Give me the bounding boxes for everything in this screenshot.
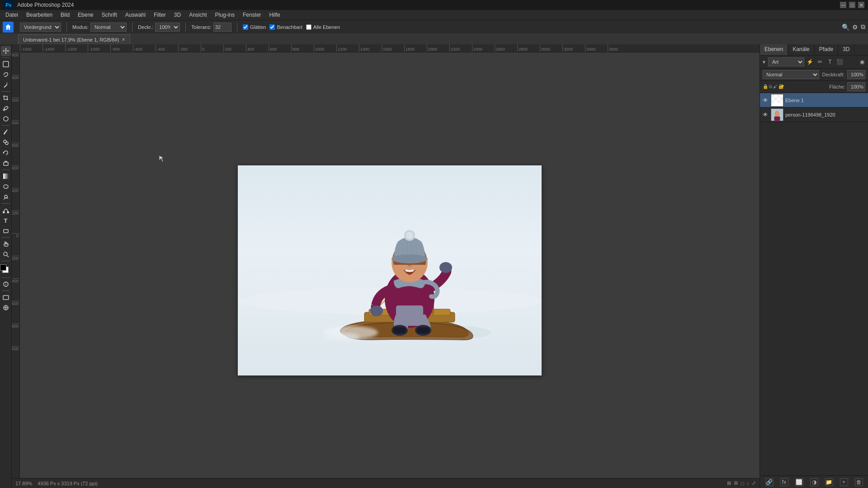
document-tab[interactable]: Unbenannt-1 bei 17,9% (Ebene 1, RGB/8#) … (18, 34, 130, 44)
select-tool[interactable] (1, 59, 11, 69)
maximize-button[interactable]: □ (849, 2, 855, 8)
layer-group-button[interactable]: 📁 (825, 478, 833, 486)
layer-visibility-2[interactable]: 👁 (762, 111, 769, 118)
layer-style-button[interactable]: fx (780, 478, 788, 486)
menu-auswahl[interactable]: Auswahl (122, 11, 149, 19)
tab-kanale[interactable]: Kanäle (788, 44, 814, 55)
layer-link-button[interactable]: 🔗 (765, 478, 774, 486)
toleranz-input[interactable] (213, 23, 231, 32)
color-swatch-container[interactable] (0, 264, 12, 276)
opacity-input[interactable] (847, 70, 865, 79)
alle-ebenen-checkbox[interactable] (306, 24, 311, 30)
filter-icon: ▼ (762, 60, 766, 65)
tab-ebenen[interactable]: Ebenen (760, 44, 788, 55)
screen-mode-tool[interactable] (1, 292, 11, 302)
gradient-tool[interactable] (1, 171, 11, 181)
v-ruler-tick: 600 (12, 301, 19, 324)
dodge-tool[interactable] (1, 192, 11, 202)
text-tool[interactable]: T (1, 216, 11, 225)
eyedropper-tool[interactable] (1, 103, 11, 113)
layer-fill-button[interactable]: ◑ (810, 478, 818, 486)
filter-type-select[interactable]: Art (768, 57, 804, 66)
fill-label: Fläche: (829, 84, 845, 89)
layer-visibility-1[interactable]: 👁 (762, 97, 769, 104)
export-icon[interactable]: □ (741, 481, 744, 486)
menu-3d[interactable]: 3D (170, 11, 184, 19)
layer-item-2[interactable]: 👁 person-1196498_1920 (760, 108, 868, 122)
layer-icon-btn-3[interactable]: T (826, 58, 834, 66)
heal-tool[interactable] (1, 114, 11, 124)
move-tool[interactable] (1, 46, 11, 56)
glatten-checkbox[interactable] (243, 24, 248, 30)
magic-wand-tool[interactable] (1, 80, 11, 90)
menu-schrift[interactable]: Schrift (98, 11, 121, 19)
title-bar-controls[interactable]: ─ □ ✕ (840, 2, 864, 8)
menu-fenster[interactable]: Fenster (239, 11, 265, 19)
modus-select[interactable]: Normal (90, 23, 127, 32)
layer-new-button[interactable]: + (840, 478, 848, 486)
quick-mask-tool[interactable] (1, 279, 11, 289)
foreground-color-swatch[interactable] (0, 264, 6, 271)
layer-icon-btn-4[interactable]: ⬛ (836, 58, 844, 66)
menu-bar: Datei Bearbeiten Bild Ebene Schrift Ausw… (0, 10, 868, 20)
blend-mode-select[interactable]: Normal (763, 70, 819, 79)
menu-bearbeiten[interactable]: Bearbeiten (23, 11, 56, 19)
tool-preset-select[interactable]: Vordergrund (20, 23, 61, 32)
menu-bild[interactable]: Bild (57, 11, 73, 19)
svg-point-27 (370, 305, 383, 316)
minimize-button[interactable]: ─ (840, 2, 846, 8)
lock-all-icon[interactable]: 🔐 (778, 84, 784, 89)
share-icon[interactable]: ↑ (747, 481, 750, 486)
tab-pfade[interactable]: Pfade (815, 44, 838, 55)
grid-icon[interactable]: ⊞ (727, 480, 731, 486)
shape-tool[interactable] (1, 226, 11, 236)
svg-rect-5 (3, 174, 9, 179)
svg-rect-56 (777, 100, 780, 103)
menu-ansicht[interactable]: Ansicht (185, 11, 210, 19)
close-button[interactable]: ✕ (858, 2, 864, 8)
menu-filter[interactable]: Filter (150, 11, 170, 19)
home-button[interactable] (3, 22, 14, 33)
layer-filter-toggle[interactable]: ◉ (858, 58, 866, 66)
layer-icon-btn-2[interactable]: ✏ (816, 58, 824, 66)
menu-ebene[interactable]: Ebene (74, 11, 97, 19)
hand-tool[interactable] (1, 239, 11, 249)
lock-icons: 🔒 ⧉ 🖌 🔐 (763, 84, 827, 89)
clone-tool[interactable] (1, 137, 11, 147)
history-brush-tool[interactable] (1, 148, 11, 158)
deckraft-select[interactable]: 100% (155, 23, 180, 32)
blur-tool[interactable] (1, 182, 11, 192)
crop-tool[interactable] (1, 93, 11, 103)
layer-thumb-2 (771, 108, 783, 121)
benachbart-checkbox[interactable] (269, 24, 275, 30)
lock-image-icon[interactable]: 🖌 (773, 84, 778, 89)
layer-icon-btn-1[interactable]: ⚡ (806, 58, 814, 66)
layer-item-1[interactable]: 👁 Ebene 1 (760, 93, 868, 108)
lock-transparent-icon[interactable]: ⧉ (769, 84, 772, 89)
tab-3d[interactable]: 3D (838, 44, 854, 55)
v-ruler-tick: -1200 (12, 98, 19, 120)
layer-delete-button[interactable]: 🗑 (855, 478, 863, 486)
arrange-icon[interactable]: ⧉ (861, 23, 865, 31)
adjust-icon[interactable]: ⚙ (734, 480, 738, 486)
fullscreen-icon[interactable]: ⤢ (752, 480, 756, 486)
menu-plugins[interactable]: Plug-ins (212, 11, 238, 19)
svg-point-37 (392, 254, 428, 263)
eraser-tool[interactable] (1, 158, 11, 168)
h-ruler-tick: 3600 (608, 44, 630, 52)
menu-datei[interactable]: Datei (2, 11, 22, 19)
extra-tool[interactable] (1, 303, 11, 313)
brush-tool[interactable] (1, 127, 11, 137)
cursor-indicator (158, 154, 167, 164)
path-tool[interactable] (1, 205, 11, 215)
lock-position-icon[interactable]: 🔒 (763, 84, 768, 89)
svg-rect-13 (3, 296, 9, 300)
menu-hilfe[interactable]: Hilfe (266, 11, 284, 19)
lasso-tool[interactable] (1, 70, 11, 80)
zoom-tool[interactable] (1, 249, 11, 259)
layer-mask-button[interactable]: ⬜ (795, 478, 803, 486)
tab-close-button[interactable]: ✕ (122, 37, 125, 42)
search-icon[interactable]: 🔍 (842, 23, 849, 31)
fill-input[interactable] (847, 82, 865, 91)
settings-icon[interactable]: ⚙ (852, 23, 858, 31)
